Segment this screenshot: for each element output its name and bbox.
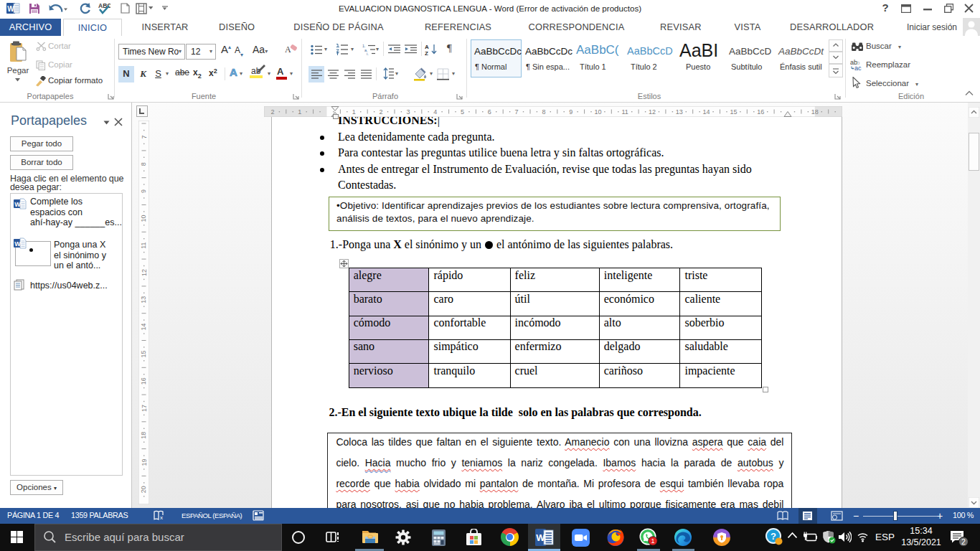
svg-text:W: W bbox=[536, 532, 545, 543]
svg-text:13: 13 bbox=[676, 108, 683, 116]
svg-text:18: 18 bbox=[141, 432, 148, 439]
svg-text:b: b bbox=[857, 60, 860, 66]
svg-text:13: 13 bbox=[141, 296, 148, 303]
svg-text:A: A bbox=[285, 44, 291, 55]
svg-text:14: 14 bbox=[703, 108, 710, 116]
svg-text:5: 5 bbox=[461, 108, 464, 116]
svg-text:14: 14 bbox=[141, 324, 148, 331]
svg-text:2: 2 bbox=[380, 108, 383, 116]
svg-text:17: 17 bbox=[141, 405, 148, 412]
svg-text:11: 11 bbox=[141, 242, 148, 249]
svg-text:19: 19 bbox=[141, 458, 148, 466]
svg-text:2: 2 bbox=[270, 108, 274, 116]
svg-text:11: 11 bbox=[622, 108, 628, 116]
svg-text:6: 6 bbox=[488, 108, 491, 116]
svg-text:10: 10 bbox=[594, 108, 601, 116]
svg-text:15: 15 bbox=[730, 108, 737, 116]
svg-text:9: 9 bbox=[141, 189, 148, 193]
svg-text:x: x bbox=[160, 514, 163, 521]
svg-text:3: 3 bbox=[406, 108, 410, 116]
svg-text:16: 16 bbox=[141, 377, 148, 385]
svg-text:1: 1 bbox=[352, 108, 356, 116]
svg-text:i.: i. bbox=[367, 52, 369, 55]
svg-text:1: 1 bbox=[298, 108, 301, 116]
svg-text:12: 12 bbox=[649, 108, 656, 116]
svg-text:18: 18 bbox=[811, 108, 819, 116]
svg-text:16: 16 bbox=[757, 108, 764, 116]
svg-text:Z: Z bbox=[425, 50, 428, 56]
svg-text:8: 8 bbox=[141, 162, 148, 166]
svg-text:2: 2 bbox=[961, 537, 966, 546]
svg-text:12: 12 bbox=[141, 269, 148, 276]
svg-text:8: 8 bbox=[542, 108, 545, 116]
svg-text:20: 20 bbox=[141, 486, 148, 493]
svg-text:4: 4 bbox=[433, 108, 437, 116]
svg-text:10: 10 bbox=[141, 215, 148, 222]
svg-text:9: 9 bbox=[569, 108, 573, 116]
svg-text:15: 15 bbox=[141, 350, 148, 357]
svg-text:1: 1 bbox=[651, 537, 654, 545]
svg-text:7: 7 bbox=[141, 135, 148, 138]
svg-text:W: W bbox=[7, 5, 14, 13]
svg-text:7: 7 bbox=[515, 108, 519, 116]
svg-text:A: A bbox=[425, 44, 429, 50]
